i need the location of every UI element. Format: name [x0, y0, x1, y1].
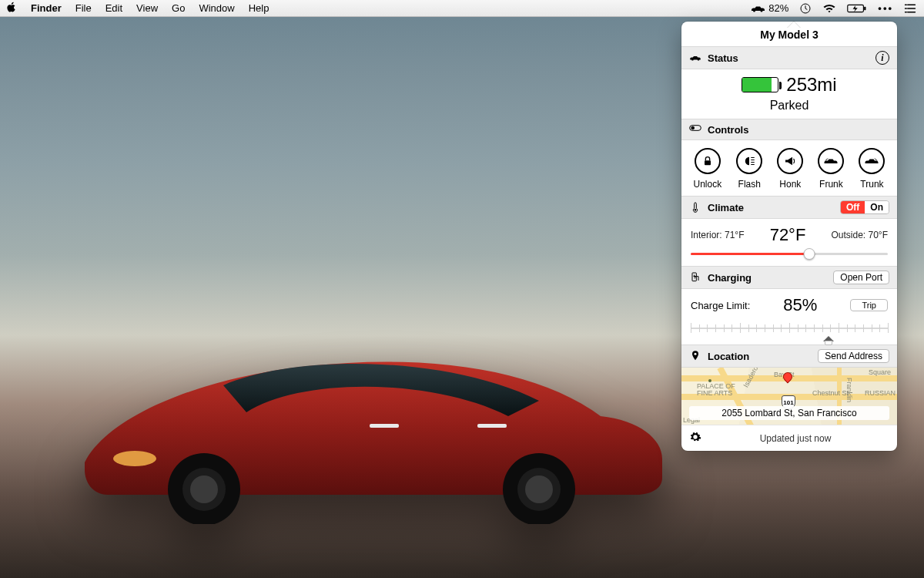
map-label: Square [869, 368, 891, 376]
location-heading-label: Location [708, 351, 812, 362]
status-heading: Status i [681, 46, 897, 69]
unlock-button[interactable]: Unlock [694, 148, 722, 190]
open-port-button[interactable]: Open Port [833, 271, 889, 284]
climate-heading: Climate Off On [681, 196, 897, 219]
apple-menu-icon[interactable] [6, 2, 17, 15]
svg-point-7 [190, 476, 218, 503]
flash-button[interactable]: Flash [736, 148, 762, 190]
svg-point-15 [698, 59, 699, 60]
trunk-icon [864, 156, 879, 166]
menubar-left: Finder File Edit View Go Window Help [6, 2, 269, 15]
headlight-icon [742, 154, 756, 168]
climate-slider[interactable] [691, 253, 888, 255]
popover-title: My Model 3 [681, 22, 897, 46]
range-value: 253mi [786, 74, 836, 96]
info-icon[interactable]: i [875, 51, 889, 65]
location-map[interactable]: Bay St Chestnut St PALACE OF FINE ARTS R… [681, 368, 897, 425]
menu-go[interactable]: Go [172, 2, 185, 14]
menubar-right: 82% ••• [750, 2, 916, 15]
battery-icon[interactable] [847, 3, 867, 14]
svg-point-10 [525, 476, 553, 503]
status-body: 253mi Parked [681, 69, 897, 119]
menu-edit[interactable]: Edit [105, 2, 122, 14]
thermometer-icon [689, 201, 701, 213]
map-label: Franklin [845, 378, 853, 402]
clock-icon[interactable] [799, 2, 812, 15]
climate-off[interactable]: Off [841, 201, 865, 213]
menubar-tesla-status[interactable]: 82% [750, 2, 788, 14]
svg-point-0 [753, 9, 755, 12]
macos-menubar: Finder File Edit View Go Window Help 82%… [0, 0, 924, 17]
trunk-label: Trunk [860, 179, 883, 190]
overflow-icon[interactable]: ••• [878, 2, 893, 14]
controls-heading: Controls [681, 119, 897, 140]
charge-limit-value: 85% [783, 295, 817, 315]
outside-temp: Outside: 70°F [832, 230, 889, 240]
send-address-button[interactable]: Send Address [818, 349, 889, 363]
frunk-button[interactable]: Frunk [818, 148, 844, 190]
charging-body: Charge Limit: 85% Trip [681, 289, 897, 344]
climate-on[interactable]: On [865, 201, 889, 213]
pin-icon [689, 350, 701, 362]
svg-rect-19 [705, 160, 711, 165]
svg-rect-11 [370, 424, 399, 428]
popover-footer: Updated just now [681, 425, 897, 451]
svg-rect-12 [477, 424, 507, 428]
controls-heading-label: Controls [708, 124, 889, 136]
map-label: Chestnut St [812, 389, 849, 397]
flash-label: Flash [738, 179, 761, 190]
car-icon [750, 4, 765, 13]
toggle-icon [689, 123, 701, 136]
menu-help[interactable]: Help [249, 2, 270, 14]
trunk-button[interactable]: Trunk [859, 148, 885, 190]
car-icon [689, 52, 701, 64]
climate-body: Interior: 71°F 72°F Outside: 70°F [681, 219, 897, 266]
vehicle-state: Parked [689, 99, 889, 113]
menu-file[interactable]: File [75, 2, 92, 14]
frunk-label: Frunk [819, 179, 843, 190]
climate-toggle[interactable]: Off On [840, 200, 889, 214]
lock-icon [701, 155, 714, 167]
tesla-popover: My Model 3 Status i 253mi Parked Control… [681, 22, 897, 451]
charge-limit-slider[interactable] [691, 323, 888, 334]
last-updated: Updated just now [701, 433, 889, 444]
unlock-label: Unlock [694, 179, 722, 190]
gear-icon[interactable] [689, 431, 701, 445]
map-label: RUSSIAN [865, 389, 896, 397]
menu-window[interactable]: Window [199, 2, 234, 14]
horn-icon [783, 154, 797, 168]
list-icon[interactable] [904, 3, 916, 14]
status-heading-label: Status [708, 52, 869, 64]
charge-limit-label: Charge Limit: [691, 300, 750, 311]
desktop-wallpaper-car [46, 324, 678, 524]
vehicle-battery-meter [742, 77, 778, 92]
frunk-icon [823, 156, 839, 166]
svg-point-13 [113, 451, 156, 466]
svg-point-22 [694, 353, 696, 355]
honk-label: Honk [779, 179, 801, 190]
location-heading: Location Send Address [681, 344, 897, 368]
active-app-name[interactable]: Finder [31, 2, 62, 14]
charging-icon [689, 271, 701, 284]
svg-point-20 [695, 209, 697, 211]
wifi-icon[interactable] [822, 3, 836, 14]
svg-point-17 [691, 126, 695, 130]
svg-point-14 [691, 59, 693, 60]
interior-temp: Interior: 71°F [691, 230, 745, 240]
charging-heading-label: Charging [708, 272, 827, 284]
charging-heading: Charging Open Port [681, 266, 897, 289]
climate-heading-label: Climate [708, 202, 834, 213]
svg-rect-4 [865, 6, 866, 10]
honk-button[interactable]: Honk [777, 148, 803, 190]
vehicle-address: 2055 Lombard St, San Francisco [689, 406, 889, 420]
menubar-battery-pct: 82% [768, 2, 788, 14]
svg-point-1 [761, 9, 763, 12]
target-temp: 72°F [770, 225, 806, 245]
controls-body: Unlock Flash Honk Frunk Trunk [681, 140, 897, 196]
location-body: Bay St Chestnut St PALACE OF FINE ARTS R… [681, 368, 897, 425]
menu-view[interactable]: View [136, 2, 158, 14]
map-label: PALACE OF FINE ARTS [697, 383, 735, 397]
trip-button[interactable]: Trip [850, 299, 888, 311]
